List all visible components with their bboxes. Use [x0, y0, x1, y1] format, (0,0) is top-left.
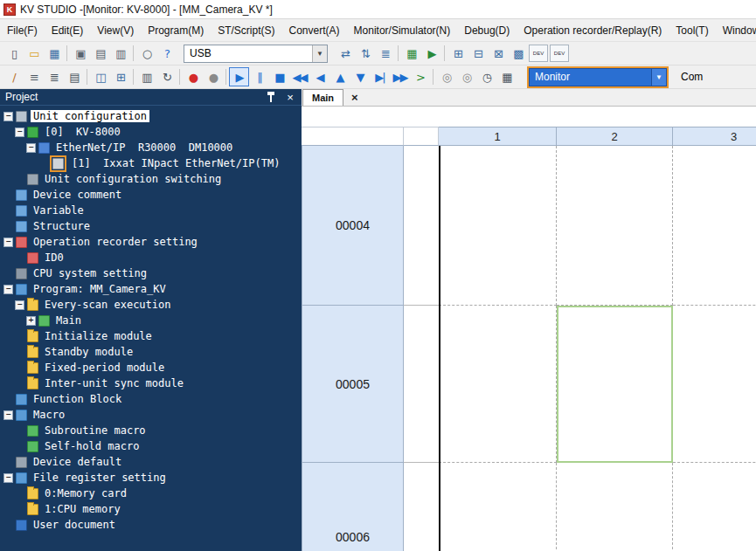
- ladder-cell-00006-3[interactable]: [673, 463, 756, 551]
- column-header-1[interactable]: 1: [439, 127, 557, 146]
- jump-to-start-button[interactable]: ◀◀: [289, 67, 309, 86]
- tree-item-macro[interactable]: −Macro: [0, 407, 302, 423]
- transfer-to-plc-button[interactable]: ⇄: [335, 44, 355, 63]
- menu-file-f[interactable]: File(F): [0, 19, 45, 41]
- tree-item-main[interactable]: +Main: [0, 313, 302, 328]
- collapse-icon[interactable]: −: [15, 300, 24, 310]
- menu-debug-d[interactable]: Debug(D): [457, 19, 517, 41]
- collapse-icon[interactable]: −: [15, 127, 24, 137]
- tree-item-0-memory-card[interactable]: −0:Memory card: [0, 486, 302, 501]
- row-header-00006[interactable]: 00006: [302, 463, 404, 551]
- pause-target-button[interactable]: ◎: [436, 67, 456, 86]
- comment-edit-button[interactable]: ▤: [64, 67, 84, 86]
- batch-monitor-button[interactable]: ⊟: [468, 44, 488, 63]
- registration-monitor-button[interactable]: ⊞: [447, 44, 468, 63]
- menu-st-script-s[interactable]: ST/Script(S): [211, 19, 281, 41]
- menu-edit-e[interactable]: Edit(E): [45, 19, 91, 41]
- tree-item-id0[interactable]: −ID0: [0, 250, 302, 265]
- stop-button[interactable]: ■: [269, 67, 289, 86]
- tree-item-unit-configuration[interactable]: −Unit configuration: [0, 108, 302, 124]
- monitor-mode-button[interactable]: ▦: [401, 44, 421, 63]
- step-up-button[interactable]: ▲: [329, 67, 350, 86]
- ladder-monitor-button[interactable]: ▩: [508, 44, 528, 63]
- label-list-button[interactable]: ≣: [44, 67, 64, 86]
- collapse-icon[interactable]: −: [3, 410, 13, 420]
- tree-item-user-document[interactable]: −User document: [0, 517, 302, 533]
- tree-item-1-cpu-memory[interactable]: −1:CPU memory: [0, 501, 302, 517]
- collapse-icon[interactable]: −: [3, 473, 13, 483]
- print-button[interactable]: ▥: [110, 44, 130, 63]
- jump-to-end-button[interactable]: ▶▶: [390, 67, 410, 86]
- read-from-plc-button[interactable]: ⇅: [355, 44, 375, 63]
- tree-item-operation-recorder-setting[interactable]: −Operation recorder setting: [0, 234, 302, 250]
- menu-operation-recorder-replay-r[interactable]: Operation recorder/Replay(R): [517, 19, 669, 41]
- operation-recorder-button[interactable]: ▥: [136, 67, 156, 86]
- menu-convert-a[interactable]: Convert(A): [282, 19, 347, 41]
- menu-view-v[interactable]: View(V): [90, 19, 141, 41]
- tree-item-file-register-setting[interactable]: −File register setting: [0, 470, 302, 486]
- collapse-icon[interactable]: −: [3, 112, 13, 121]
- save-project-button[interactable]: ▦: [44, 44, 64, 63]
- connection-combobox[interactable]: USB ▼: [184, 45, 328, 63]
- ladder-cell-00004-2[interactable]: [557, 146, 673, 306]
- collapse-icon[interactable]: −: [26, 143, 36, 153]
- replay-button[interactable]: ↻: [156, 67, 177, 86]
- ladder-cell-00005-3[interactable]: [673, 306, 756, 463]
- ladder-cell-00004-1[interactable]: [439, 146, 557, 306]
- tree-item-program-mm-camera-kv[interactable]: −Program: MM_Camera_KV: [0, 281, 302, 297]
- row-header-00004[interactable]: 00004: [302, 146, 404, 306]
- column-header-3[interactable]: 3: [673, 127, 756, 146]
- search-button[interactable]: ○: [136, 44, 156, 63]
- step-backward-button[interactable]: ◀: [309, 67, 329, 86]
- monitor-play-button[interactable]: ▶: [229, 67, 249, 86]
- tree-item-variable[interactable]: −Variable: [0, 203, 302, 218]
- row-header-00005[interactable]: 00005: [302, 306, 404, 463]
- tree-item-function-block[interactable]: −Function Block: [0, 391, 302, 407]
- chevron-down-icon[interactable]: ▼: [312, 45, 327, 62]
- stop-target-button[interactable]: ◎: [456, 67, 476, 86]
- dev-button-2[interactable]: DEV: [550, 45, 569, 62]
- tab-main[interactable]: Main: [302, 89, 343, 106]
- tree-item-1-ixxat-inpact-ethernet-ip-tm[interactable]: −[1] Ixxat INpact EtherNet/IP(TM): [0, 155, 302, 171]
- chevron-down-icon[interactable]: ▼: [651, 69, 666, 86]
- continue-button[interactable]: >: [410, 67, 430, 86]
- tree-item-subroutine-macro[interactable]: −Subroutine macro: [0, 423, 302, 438]
- tree-item-cpu-system-setting[interactable]: −CPU system setting: [0, 265, 302, 281]
- collapse-icon[interactable]: −: [3, 285, 13, 294]
- record-standby-button[interactable]: ●: [203, 67, 223, 86]
- tree-item-structure[interactable]: −Structure: [0, 218, 302, 234]
- window-split-button[interactable]: ◫: [90, 67, 110, 86]
- ladder-cell-00005-1[interactable]: [439, 306, 557, 463]
- help-button[interactable]: ?: [156, 44, 177, 63]
- tree-item-self-hold-macro[interactable]: −Self-hold macro: [0, 438, 302, 454]
- menu-window-w[interactable]: Window(W): [716, 19, 756, 41]
- tree-item-initialize-module[interactable]: −Initialize module: [0, 328, 302, 344]
- expand-icon[interactable]: +: [26, 316, 36, 326]
- ladder-gap-cell-00005[interactable]: [404, 306, 439, 463]
- verify-button[interactable]: ≣: [375, 44, 395, 63]
- record-button[interactable]: ●: [183, 67, 203, 86]
- step-forward-button[interactable]: ▶|: [370, 67, 390, 86]
- ladder-edit-button[interactable]: /: [3, 67, 24, 86]
- monitor-mode-combobox[interactable]: Monitor ▼: [529, 68, 667, 86]
- ladder-gap-cell-00006[interactable]: [404, 463, 439, 551]
- paste-button[interactable]: ▤: [90, 44, 110, 63]
- mnemonic-list-button[interactable]: ≡: [24, 67, 44, 86]
- column-header-2[interactable]: 2: [557, 127, 673, 146]
- collapse-icon[interactable]: −: [3, 238, 13, 247]
- menu-tool-t[interactable]: Tool(T): [669, 19, 715, 41]
- dev-button-1[interactable]: DEV: [529, 45, 548, 62]
- new-project-button[interactable]: ▯: [3, 44, 24, 63]
- ladder-cell-00006-1[interactable]: [439, 463, 557, 551]
- ladder-cell-00004-3[interactable]: [673, 146, 756, 306]
- tree-item-every-scan-execution[interactable]: −Every-scan execution: [0, 297, 302, 313]
- menu-monitor-simulator-n[interactable]: Monitor/Simulator(N): [347, 19, 458, 41]
- tree-item-fixed-period-module[interactable]: −Fixed-period module: [0, 360, 302, 375]
- copy-button[interactable]: ▣: [70, 44, 90, 63]
- tree-item-ethernet-ip-r30000-dm10000[interactable]: −EtherNet/IP R30000 DM10000: [0, 140, 302, 155]
- pause-button[interactable]: ‖: [249, 67, 269, 86]
- tree-item-inter-unit-sync-module[interactable]: −Inter-unit sync module: [0, 375, 302, 391]
- tree-item-device-comment[interactable]: −Device comment: [0, 187, 302, 203]
- tree-item-standby-module[interactable]: −Standby module: [0, 344, 302, 360]
- menu-program-m[interactable]: Program(M): [141, 19, 211, 41]
